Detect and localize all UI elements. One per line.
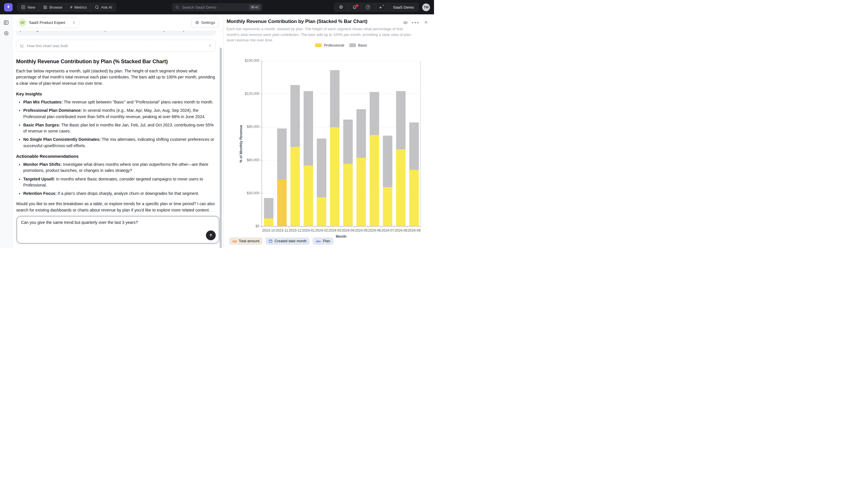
bullet-list: Monitor Plan Shifts: Investigate what dr… [16, 161, 216, 197]
chart-panel: Monthly Revenue Contribution by Plan (St… [223, 14, 434, 248]
segment-professional[interactable] [290, 147, 300, 226]
segment-basic[interactable] [370, 92, 379, 135]
segment-basic[interactable] [330, 70, 339, 128]
chart-legend: ProfessionalBasic [262, 43, 420, 47]
main-area: SP SaaS Product Expert ⚙ Settings 3 minu… [0, 14, 434, 248]
segment-professional[interactable] [356, 158, 366, 226]
segment-professional[interactable] [383, 187, 392, 226]
bar-2024-06[interactable] [370, 92, 379, 226]
x-tick-mark [368, 227, 368, 228]
legend-item-professional[interactable]: Professional [315, 43, 344, 47]
segment-professional[interactable] [343, 164, 353, 226]
chevron-selector-icon [72, 20, 76, 25]
chat-scrollbar-thumb[interactable] [220, 48, 222, 248]
bar-2023-11[interactable] [277, 128, 287, 226]
segment-basic[interactable] [409, 122, 419, 170]
x-tick-mark [302, 227, 302, 228]
global-search-input[interactable]: Search SaaS Demo ⌘+K [172, 3, 262, 11]
app-logo[interactable] [4, 3, 13, 12]
more-options-button[interactable]: ●●● [413, 19, 419, 26]
close-panel-button[interactable]: ✕ [423, 19, 429, 26]
segment-basic[interactable] [304, 91, 313, 166]
nav-ask-ai[interactable]: Ask AI [91, 3, 116, 11]
plus-square-icon [21, 5, 26, 10]
segment-basic[interactable] [264, 198, 273, 218]
message-input[interactable]: Can you give the same trend but quarterl… [17, 216, 219, 243]
view-button[interactable] [402, 19, 408, 26]
segment-basic[interactable] [356, 109, 366, 158]
segment-basic[interactable] [277, 128, 287, 179]
segment-professional[interactable] [304, 166, 313, 226]
agent-settings-button[interactable]: ⚙ Settings [191, 18, 219, 28]
response-outro: Would you like to see this breakdown as … [16, 201, 216, 213]
legend-label: Professional [324, 43, 344, 47]
segment-professional[interactable] [330, 127, 339, 226]
bar-2024-03[interactable] [330, 70, 339, 226]
bullet-list: Plan Mix Fluctuates: The revenue split b… [16, 99, 216, 149]
search-icon [175, 5, 179, 10]
assistant-message: Monthly Revenue Contribution by Plan (% … [16, 58, 216, 213]
segment-basic[interactable] [317, 139, 326, 198]
close-icon: ✕ [424, 20, 428, 25]
x-tick-mark [315, 227, 315, 228]
x-tick-label: 2023-11 [275, 229, 288, 232]
response-title: Monthly Revenue Contribution by Plan (% … [16, 58, 216, 65]
segment-professional[interactable] [396, 150, 405, 226]
send-button[interactable] [206, 231, 216, 240]
bar-2024-08[interactable] [396, 91, 405, 226]
bar-2023-12[interactable] [290, 85, 300, 226]
chat-thread: 3 minutes ago give me a bar chart where … [16, 31, 216, 216]
agent-selector[interactable]: SP SaaS Product Expert [17, 17, 80, 28]
y-tick-mark [260, 160, 262, 160]
chat-bubble-icon [95, 5, 99, 10]
x-tick-label: 2024-01 [302, 229, 315, 232]
segment-professional[interactable] [264, 218, 273, 226]
chevron-selector-icon [208, 44, 212, 48]
bullet-item: Targeted Upsell: In months where Basic d… [23, 176, 216, 188]
nav-browse[interactable]: Browse [39, 3, 66, 11]
segment-basic[interactable] [383, 136, 392, 187]
segment-professional[interactable] [370, 135, 379, 226]
tag-created-date-month[interactable]: Created date month [266, 237, 310, 245]
project-switcher[interactable]: SaaS Demo [388, 3, 418, 11]
segment-professional[interactable] [277, 179, 287, 226]
how-chart-built-expander[interactable]: How this chart was built [16, 40, 216, 52]
user-message: give me a bar chart where Each bar repre… [16, 31, 216, 36]
new-thread-button[interactable] [3, 30, 10, 37]
segment-professional[interactable] [409, 170, 419, 226]
segment-basic[interactable] [290, 85, 300, 147]
x-tick-label: 2024-06 [368, 229, 381, 232]
segment-basic[interactable] [396, 91, 405, 150]
top-navbar: New Browse # Metrics Ask AI [0, 0, 434, 14]
chat-scroll-area[interactable]: 3 minutes ago give me a bar chart where … [13, 31, 223, 216]
tag-label: Plan [323, 239, 330, 243]
x-tick-mark [341, 227, 341, 228]
bar-2024-07[interactable] [383, 136, 392, 226]
x-tick-label: 2024-09 [407, 229, 421, 232]
chart-panel-actions: ●●● ✕ [402, 19, 429, 26]
navbar-right: ⚙ ? ✦✦ SaaS Demo [334, 3, 430, 12]
bar-2024-02[interactable] [317, 139, 326, 226]
x-tick-mark [381, 227, 381, 228]
ai-assistant-button[interactable]: ✦✦ [375, 3, 388, 11]
grid-icon [43, 5, 47, 10]
bar-2024-09[interactable] [409, 122, 419, 226]
legend-item-basic[interactable]: Basic [349, 43, 367, 47]
new-button[interactable]: New [17, 3, 39, 11]
bar-2024-01[interactable] [304, 91, 313, 226]
tag-total-amount[interactable]: 123 Total amount [229, 237, 262, 245]
collapse-sidebar-button[interactable] [3, 19, 10, 26]
settings-gear-button[interactable]: ⚙ [334, 3, 348, 11]
x-tick-mark [421, 227, 421, 228]
segment-basic[interactable] [343, 120, 353, 164]
user-avatar[interactable]: TW [422, 3, 430, 11]
tag-plan[interactable]: Abc Plan [312, 237, 333, 245]
bar-2024-05[interactable] [356, 109, 366, 226]
notifications-button[interactable] [348, 3, 361, 11]
segment-professional[interactable] [317, 198, 326, 226]
bar-2024-04[interactable] [343, 120, 353, 226]
help-button[interactable]: ? [361, 3, 374, 11]
bar-2023-10[interactable] [264, 198, 273, 226]
composer-box: Can you give the same trend but quarterl… [17, 216, 219, 244]
nav-metrics[interactable]: # Metrics [66, 3, 91, 11]
